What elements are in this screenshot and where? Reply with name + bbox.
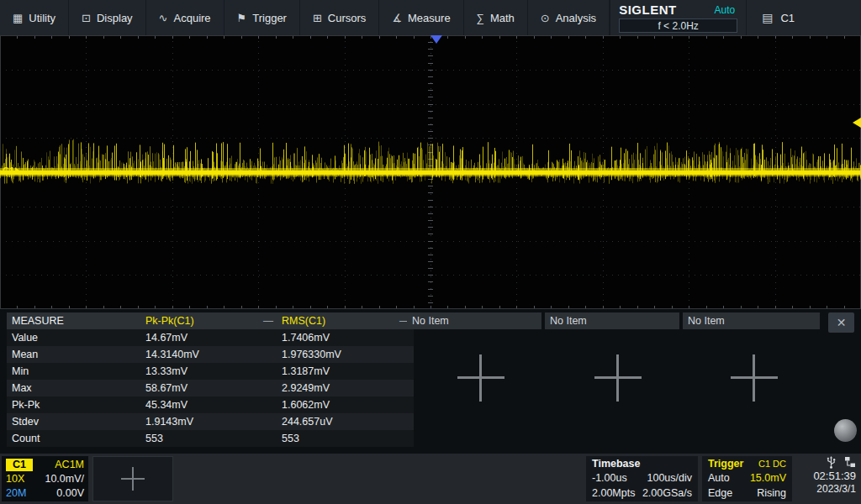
measure-row-max: Max 58.67mV 2.9249mV	[7, 380, 414, 396]
clock-time: 02:51:39	[813, 470, 856, 482]
list-icon: ▤	[762, 11, 773, 24]
channel-marker-label: C1	[3, 165, 14, 176]
measure-slot-empty-2[interactable]: No Item	[545, 312, 679, 329]
channel-scale: 10.0mV/	[45, 473, 84, 485]
timebase-scale: 100us/div	[647, 471, 692, 485]
trigger-slope: Rising	[757, 486, 786, 500]
menu-display-label: Display	[97, 12, 133, 24]
add-channel-button[interactable]	[92, 456, 173, 501]
row-value: 14.67mV	[141, 329, 277, 346]
menu-analysis-label: Analysis	[556, 12, 596, 24]
menu-utility-label: Utility	[29, 12, 55, 24]
measure-col-pkpk-label: Pk-Pk(C1)	[145, 312, 194, 329]
menu-measure-label: Measure	[408, 12, 451, 24]
menu-trigger-label: Trigger	[252, 12, 287, 24]
measure-row-pkpk: Pk-Pk 45.34mV 1.6062mV	[7, 396, 414, 413]
row-value: 13.33mV	[141, 363, 277, 380]
row-label: Value	[7, 329, 141, 346]
row-value: 244.657uV	[277, 413, 414, 430]
trigger-position-marker[interactable]	[430, 35, 442, 44]
measure-panel: MEASURE Pk-Pk(C1) — RMS(C1) — Value 14.6…	[0, 309, 861, 454]
display-icon: ⊡	[82, 12, 91, 24]
menu-trigger[interactable]: ⚑ Trigger	[224, 0, 300, 35]
timebase-title: Timebase	[592, 458, 692, 470]
timebase-samplerate: 2.00GSa/s	[642, 486, 692, 500]
math-icon: ∑	[477, 12, 484, 24]
menu-display[interactable]: ⊡ Display	[69, 0, 146, 35]
trigger-flag-icon: ⚑	[237, 12, 247, 24]
brand-logo: SIGLENT	[619, 3, 677, 17]
gesture-indicator[interactable]	[834, 419, 857, 442]
menu-utility[interactable]: ▦ Utility	[0, 0, 69, 35]
trigger-status-area: SIGLENT Auto f < 2.0Hz	[610, 0, 747, 35]
row-value: 58.67mV	[141, 380, 277, 396]
trigger-level-marker[interactable]	[853, 118, 861, 128]
menu-measure[interactable]: ∡ Measure	[379, 0, 463, 35]
menu-analysis[interactable]: ⊙ Analysis	[528, 0, 610, 35]
timebase-delay: -1.00us	[592, 471, 627, 485]
row-label: Min	[7, 363, 141, 380]
measure-row-stdev: Stdev 1.9143mV 244.657uV	[7, 413, 414, 430]
active-channel-label: C1	[780, 12, 795, 24]
row-label: Count	[7, 430, 141, 447]
channel-probe: 10X	[6, 473, 24, 485]
acquire-icon: ∿	[159, 12, 168, 24]
menu-cursors[interactable]: ⊞ Cursors	[300, 0, 379, 35]
channel-marker[interactable]: C1	[3, 165, 19, 176]
measure-title: MEASURE	[7, 312, 141, 329]
channel-1-descriptor[interactable]: C1 AC1M 10X 10.0mV/ 20M 0.00V	[2, 456, 88, 501]
collapse-icon[interactable]: —	[263, 312, 273, 329]
channel-coupling: AC1M	[55, 459, 84, 470]
cursors-icon: ⊞	[313, 12, 322, 24]
trigger-source: C1 DC	[758, 459, 786, 469]
menu-math[interactable]: ∑ Math	[464, 0, 528, 35]
row-value: 2.9249mV	[277, 380, 414, 396]
trigger-level: 15.0mV	[750, 471, 786, 485]
row-label: Stdev	[7, 413, 141, 430]
measure-icon: ∡	[392, 12, 402, 24]
trigger-frequency-readout: f < 2.0Hz	[619, 18, 737, 33]
close-measure-button[interactable]: ✕	[828, 312, 854, 333]
measure-row-mean: Mean 14.3140mV 1.976330mV	[7, 346, 414, 363]
measure-slot-empty-1[interactable]: No Item	[407, 312, 541, 329]
channel-1-tag[interactable]: C1	[6, 459, 33, 471]
top-menu-bar: ▦ Utility ⊡ Display ∿ Acquire ⚑ Trigger …	[0, 0, 861, 35]
row-value: 553	[141, 430, 277, 447]
row-value: 553	[277, 430, 414, 447]
system-status-area: 02:51:39 2023/3/1	[794, 455, 858, 495]
analysis-icon: ⊙	[541, 12, 550, 24]
row-value: 14.3140mV	[141, 346, 277, 363]
measure-row-value: Value 14.67mV 1.7406mV	[7, 329, 414, 346]
measure-slot-empty-3[interactable]: No Item	[683, 312, 820, 329]
measure-table: MEASURE Pk-Pk(C1) — RMS(C1) — Value 14.6…	[7, 312, 414, 447]
add-measurement-button-3[interactable]	[731, 354, 778, 402]
network-icon	[844, 456, 856, 468]
measure-col-pkpk[interactable]: Pk-Pk(C1) —	[141, 312, 277, 329]
measure-row-min: Min 13.33mV 1.3187mV	[7, 363, 414, 380]
timebase-descriptor[interactable]: Timebase -1.00us 100us/div 2.00Mpts 2.00…	[586, 456, 698, 501]
measure-col-rms[interactable]: RMS(C1) —	[277, 312, 414, 329]
channel-marker-arrow-icon	[15, 167, 19, 174]
timebase-points: 2.00Mpts	[592, 486, 635, 500]
row-value: 1.3187mV	[277, 363, 414, 380]
row-value: 1.976330mV	[277, 346, 414, 363]
acquisition-status: Auto	[711, 4, 737, 16]
waveform-canvas[interactable]	[0, 35, 861, 309]
usb-icon	[826, 456, 837, 469]
menu-acquire[interactable]: ∿ Acquire	[146, 0, 224, 35]
close-icon: ✕	[837, 316, 847, 329]
row-value: 1.9143mV	[141, 413, 277, 430]
clock-date: 2023/3/1	[816, 483, 856, 495]
bottom-status-bar: C1 AC1M 10X 10.0mV/ 20M 0.00V Timebase -…	[0, 454, 861, 504]
add-measurement-button-2[interactable]	[594, 354, 642, 402]
row-value: 1.6062mV	[277, 396, 414, 413]
channel-bandwidth: 20M	[6, 487, 26, 499]
menu-cursors-label: Cursors	[328, 12, 367, 24]
add-measurement-button-1[interactable]	[457, 354, 504, 402]
active-channel-area[interactable]: ▤ C1	[747, 0, 861, 35]
trigger-mode: Auto	[708, 471, 730, 485]
row-value: 1.7406mV	[277, 329, 414, 346]
trigger-descriptor[interactable]: Trigger C1 DC Auto 15.0mV Edge Rising	[702, 456, 792, 501]
waveform-display[interactable]	[0, 35, 861, 309]
trigger-type: Edge	[708, 486, 732, 500]
